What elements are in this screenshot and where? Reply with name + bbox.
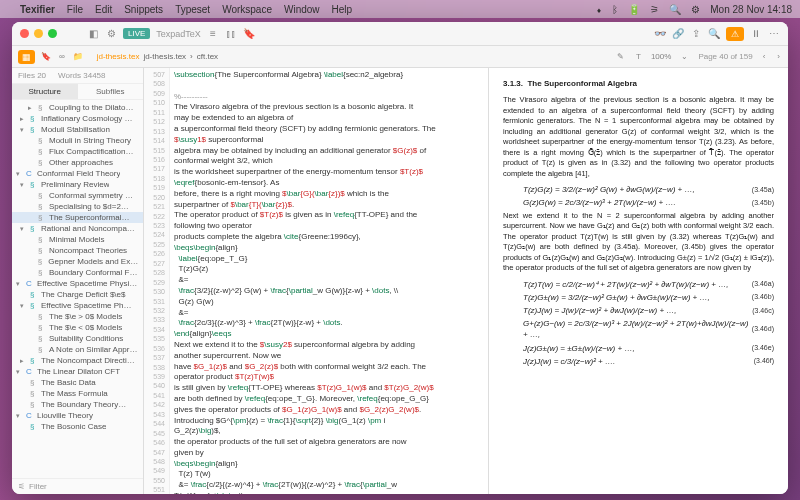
- close-button[interactable]: [20, 29, 29, 38]
- tree-item[interactable]: §The Superconformal…: [12, 212, 143, 223]
- menu-window[interactable]: Window: [284, 4, 320, 15]
- clock[interactable]: Mon 28 Nov 14:18: [710, 4, 792, 15]
- tree-item[interactable]: §Gepner Models and Exa…: [12, 256, 143, 267]
- menu-help[interactable]: Help: [332, 4, 353, 15]
- tree-item[interactable]: ▾CLiouville Theory: [12, 410, 143, 421]
- main-area: Files 20 Words 34458 Structure Subfiles …: [12, 68, 788, 494]
- tree-item[interactable]: ▾CConformal Field Theory: [12, 168, 143, 179]
- bluetooth-icon[interactable]: ᛒ: [612, 4, 618, 15]
- code-editor[interactable]: 507 508 509 510 511 512 513 514 515 516 …: [144, 68, 488, 494]
- gear-icon[interactable]: ⚙: [105, 28, 117, 40]
- page-indicator: Page 40 of 159: [698, 52, 752, 61]
- sidebar-toggle-icon[interactable]: ◧: [87, 28, 99, 40]
- sidebar: Files 20 Words 34458 Structure Subfiles …: [12, 68, 144, 494]
- glasses-icon[interactable]: 👓: [654, 28, 666, 40]
- menu-snippets[interactable]: Snippets: [124, 4, 163, 15]
- cursor-icon[interactable]: ✎: [615, 50, 626, 63]
- code-content[interactable]: \subsection{The Superconformal Algebra} …: [170, 68, 488, 494]
- tree-item[interactable]: §Specialising to $d=2…: [12, 201, 143, 212]
- tree-item[interactable]: §The Charge Deficit $\e$: [12, 289, 143, 300]
- tree-item[interactable]: §Noncompact Theories: [12, 245, 143, 256]
- prev-page-icon[interactable]: ‹: [761, 50, 768, 63]
- tree-item[interactable]: ▸§Inflationary Cosmology …: [12, 113, 143, 124]
- zoom-button[interactable]: [48, 29, 57, 38]
- outline-button[interactable]: ▦: [18, 50, 35, 64]
- pdf-preview[interactable]: 3.1.3. The Superconformal Algebra The Vi…: [488, 68, 788, 494]
- tree-item[interactable]: ▸§Coupling to the Dilato…: [12, 102, 143, 113]
- main-window: ◧ ⚙ LIVE TexpadTeX ≡ ⫿⫿ 🔖 👓 🔗 ⇪ 🔍 ⚠ ⏸ ⋯ …: [12, 22, 788, 494]
- menu-typeset[interactable]: Typeset: [175, 4, 210, 15]
- tree-item[interactable]: §Flux Compactification…: [12, 146, 143, 157]
- zoom-level[interactable]: 100%: [651, 52, 671, 61]
- battery-icon[interactable]: 🔋: [628, 4, 640, 15]
- tag-icon[interactable]: 🔖: [39, 50, 53, 63]
- tree-item[interactable]: §Other approaches: [12, 157, 143, 168]
- doctype-label[interactable]: TexpadTeX: [156, 29, 201, 39]
- titlebar: ◧ ⚙ LIVE TexpadTeX ≡ ⫿⫿ 🔖 👓 🔗 ⇪ 🔍 ⚠ ⏸ ⋯: [12, 22, 788, 46]
- tab-structure[interactable]: Structure: [12, 84, 78, 99]
- secondary-toolbar: ▦ 🔖 ∞ 📁 jd-thesis.tex jd-thesis.tex › cf…: [12, 46, 788, 68]
- tree-item[interactable]: §The $\e > 0$ Models: [12, 311, 143, 322]
- preview-paragraph: The Virasoro algebra of the previous sec…: [503, 95, 774, 179]
- tab-subfiles[interactable]: Subfiles: [78, 84, 144, 99]
- tree-item[interactable]: ▾§Moduli Stabilisation: [12, 124, 143, 135]
- menu-edit[interactable]: Edit: [95, 4, 112, 15]
- folder-icon[interactable]: 📁: [71, 50, 85, 63]
- tree-item[interactable]: ▾§Rational and Noncompa…: [12, 223, 143, 234]
- bookmark-icon[interactable]: 🔖: [243, 28, 255, 40]
- app-name[interactable]: Texifier: [20, 4, 55, 15]
- tree-item[interactable]: ▾CEffective Spacetime Physi…: [12, 278, 143, 289]
- chevron-down-icon[interactable]: ⌄: [679, 50, 690, 63]
- search-icon[interactable]: 🔍: [669, 4, 681, 15]
- tree-item[interactable]: ▾CThe Linear Dilaton CFT: [12, 366, 143, 377]
- tree-item[interactable]: §The Bosonic Case: [12, 421, 143, 432]
- minimize-button[interactable]: [34, 29, 43, 38]
- more-icon[interactable]: ⋯: [768, 28, 780, 40]
- tree-item[interactable]: §The Basic Data: [12, 377, 143, 388]
- tree-item[interactable]: §Minimal Models: [12, 234, 143, 245]
- tree-item[interactable]: §Moduli in String Theory: [12, 135, 143, 146]
- preview-paragraph: Next we extend it to the N = 2 superconf…: [503, 211, 774, 274]
- outline-tree[interactable]: ▸§Coupling to the Dilato…▸§Inflationary …: [12, 100, 143, 478]
- menu-workspace[interactable]: Workspace: [222, 4, 272, 15]
- line-gutter: 507 508 509 510 511 512 513 514 515 516 …: [144, 68, 170, 494]
- infinity-icon[interactable]: ∞: [57, 50, 67, 63]
- tree-item[interactable]: §Conformal symmetry …: [12, 190, 143, 201]
- breadcrumb: jd-thesis.tex jd-thesis.tex › cft.tex: [97, 52, 218, 61]
- tree-item[interactable]: ▾§Effective Spacetime Ph…: [12, 300, 143, 311]
- control-center-icon[interactable]: ⚙: [691, 4, 700, 15]
- tree-item[interactable]: ▾§Preliminary Review: [12, 179, 143, 190]
- share-icon[interactable]: ⇪: [690, 28, 702, 40]
- breadcrumb-file[interactable]: jd-thesis.tex: [97, 52, 140, 61]
- tree-item[interactable]: §The Boundary Theory…: [12, 399, 143, 410]
- link-icon[interactable]: 🔗: [672, 28, 684, 40]
- menu-file[interactable]: File: [67, 4, 83, 15]
- sidebar-stats: Files 20 Words 34458: [12, 68, 143, 84]
- tree-item[interactable]: §A Note on Similar Appr…: [12, 344, 143, 355]
- list-icon[interactable]: ≡: [207, 28, 219, 40]
- columns-icon[interactable]: ⫿⫿: [225, 28, 237, 40]
- search-toolbar-icon[interactable]: 🔍: [708, 28, 720, 40]
- filter-icon: ⚟: [18, 482, 25, 491]
- text-icon[interactable]: T: [634, 50, 643, 63]
- tree-item[interactable]: §The Mass Formula: [12, 388, 143, 399]
- tree-item[interactable]: ▸§The Noncompact Directi…: [12, 355, 143, 366]
- wifi-icon[interactable]: ⚞: [650, 4, 659, 15]
- warnings-button[interactable]: ⚠: [726, 27, 744, 41]
- preview-heading: 3.1.3. The Superconformal Algebra: [503, 78, 774, 89]
- sidebar-filter[interactable]: ⚟ Filter: [12, 478, 143, 494]
- dropbox-icon[interactable]: ⬧: [596, 4, 602, 15]
- next-page-icon[interactable]: ›: [775, 50, 782, 63]
- macos-menubar: Texifier File Edit Snippets Typeset Work…: [0, 0, 800, 18]
- tree-item[interactable]: §The $\e < 0$ Models: [12, 322, 143, 333]
- live-badge: LIVE: [123, 28, 150, 39]
- tree-item[interactable]: §Suitability Conditions: [12, 333, 143, 344]
- breadcrumb-section[interactable]: cft.tex: [197, 52, 218, 61]
- tree-item[interactable]: §Boundary Conformal Fi…: [12, 267, 143, 278]
- pause-icon[interactable]: ⏸: [750, 28, 762, 40]
